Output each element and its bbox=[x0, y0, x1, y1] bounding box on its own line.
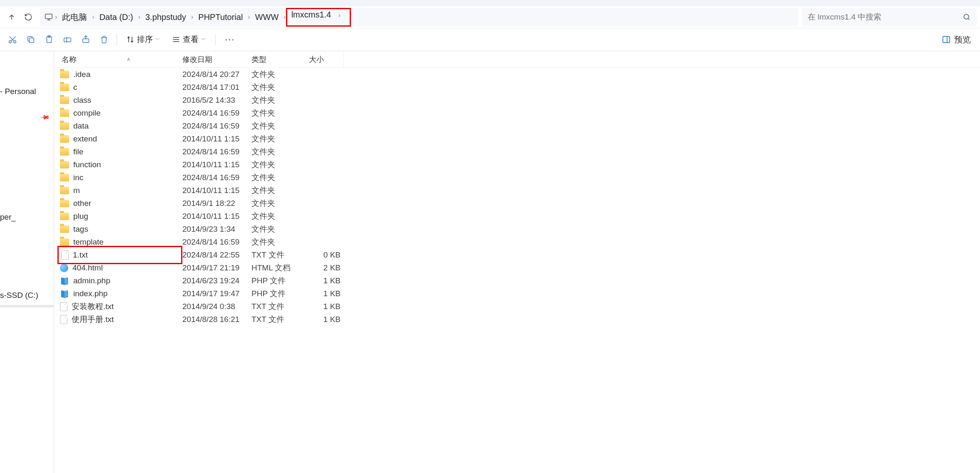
file-date: 2014/9/23 1:34 bbox=[182, 225, 251, 234]
pin-icon: 📌 bbox=[40, 112, 50, 121]
sidebar-item[interactable]: per_ bbox=[0, 209, 54, 225]
file-row[interactable]: extend2014/10/11 1:15文件夹 bbox=[54, 132, 980, 145]
search-input[interactable] bbox=[808, 12, 963, 22]
file-row[interactable]: plug2014/10/11 1:15文件夹 bbox=[54, 210, 980, 223]
file-row[interactable]: .idea2024/8/14 20:27文件夹 bbox=[54, 68, 980, 81]
file-row[interactable]: function2014/10/11 1:15文件夹 bbox=[54, 158, 980, 171]
up-button[interactable] bbox=[3, 9, 20, 25]
file-name-cell: index.php bbox=[57, 289, 182, 298]
file-name: m bbox=[73, 186, 80, 195]
folder-icon bbox=[60, 161, 69, 168]
nav-bar: › 此电脑 › Data (D:) › 3.phpstudy › PHPTuto… bbox=[0, 6, 980, 28]
sidebar-item[interactable]: s-SSD (C:) bbox=[0, 287, 54, 303]
view-label: 查看 bbox=[183, 34, 199, 45]
file-date: 2024/8/14 16:59 bbox=[182, 109, 251, 118]
file-row[interactable]: data2024/8/14 16:59文件夹 bbox=[54, 119, 980, 132]
file-row[interactable]: class2016/5/2 14:33文件夹 bbox=[54, 94, 980, 106]
chevron-right-icon[interactable]: › bbox=[90, 13, 96, 21]
file-list: 名称 ∧ 修改日期 类型 大小 .idea2024/8/14 20:27文件夹c… bbox=[54, 51, 980, 473]
folder-icon bbox=[60, 174, 69, 181]
svg-point-1 bbox=[964, 14, 969, 19]
file-name-cell: extend bbox=[57, 134, 182, 144]
cut-button[interactable] bbox=[3, 30, 22, 49]
file-type: PHP 文件 bbox=[251, 288, 309, 299]
col-type-header[interactable]: 类型 bbox=[251, 54, 309, 64]
paste-button[interactable] bbox=[40, 30, 58, 49]
file-type: 文件夹 bbox=[251, 159, 309, 170]
file-name: class bbox=[73, 96, 91, 105]
file-type: TXT 文件 bbox=[251, 301, 309, 312]
file-name: admin.php bbox=[73, 276, 110, 285]
sort-icon bbox=[126, 35, 134, 44]
chevron-down-icon: ﹀ bbox=[201, 36, 206, 43]
svg-rect-0 bbox=[45, 14, 52, 19]
file-name: index.php bbox=[73, 289, 107, 298]
file-name: plug bbox=[73, 212, 88, 221]
sidebar-item[interactable]: - Personal bbox=[0, 84, 54, 99]
file-row[interactable]: 使用手册.txt2014/8/28 16:21TXT 文件1 KB bbox=[54, 313, 980, 326]
file-size: 1 KB bbox=[309, 302, 344, 311]
file-name: function bbox=[73, 160, 101, 169]
search-box[interactable] bbox=[802, 8, 977, 26]
file-size: 1 KB bbox=[309, 276, 344, 285]
file-type: 文件夹 bbox=[251, 121, 309, 131]
view-icon bbox=[172, 35, 180, 44]
file-row[interactable]: file2024/8/14 16:59文件夹 bbox=[54, 145, 980, 158]
view-menu[interactable]: 查看 ﹀ bbox=[166, 30, 212, 49]
folder-icon bbox=[60, 238, 69, 246]
chevron-right-icon[interactable]: › bbox=[53, 13, 59, 21]
refresh-button[interactable] bbox=[20, 9, 37, 25]
chevron-right-icon[interactable]: › bbox=[337, 12, 342, 19]
sidebar: - Personal 📌 📌 📌 📌 📌 📌 per_ s-SSD (C:) bbox=[0, 51, 54, 473]
col-name-header[interactable]: 名称 ∧ bbox=[62, 54, 182, 64]
crumb-lmxcms[interactable]: lmxcms1.4 bbox=[291, 10, 335, 19]
rename-button[interactable] bbox=[58, 30, 77, 49]
crumb-www[interactable]: WWW bbox=[252, 12, 282, 22]
preview-icon bbox=[942, 35, 951, 44]
file-name: data bbox=[73, 121, 89, 131]
file-date: 2014/9/24 0:38 bbox=[182, 302, 251, 311]
chevron-right-icon[interactable]: › bbox=[189, 13, 195, 21]
chevron-right-icon[interactable]: › bbox=[137, 13, 142, 21]
sort-menu[interactable]: 排序 ﹀ bbox=[120, 30, 166, 49]
svg-point-2 bbox=[9, 41, 12, 43]
file-name-cell: admin.php bbox=[57, 276, 182, 285]
col-size-header[interactable]: 大小 bbox=[309, 51, 344, 67]
file-name: 安装教程.txt bbox=[72, 301, 114, 312]
crumb-phpstudy[interactable]: 3.phpstudy bbox=[142, 12, 189, 22]
delete-button[interactable] bbox=[95, 30, 113, 49]
chevron-right-icon[interactable]: › bbox=[246, 13, 251, 21]
folder-icon bbox=[60, 122, 69, 130]
file-row[interactable]: index.php2014/9/17 19:47PHP 文件1 KB bbox=[54, 287, 980, 300]
file-row[interactable]: other2014/9/1 18:22文件夹 bbox=[54, 197, 980, 210]
crumb-data-d[interactable]: Data (D:) bbox=[96, 12, 137, 22]
file-row[interactable]: inc2024/8/14 16:59文件夹 bbox=[54, 171, 980, 184]
file-type: 文件夹 bbox=[251, 237, 309, 248]
more-menu[interactable]: ··· bbox=[219, 34, 241, 45]
search-icon[interactable] bbox=[963, 13, 971, 21]
file-type: 文件夹 bbox=[251, 146, 309, 157]
file-type: 文件夹 bbox=[251, 198, 309, 209]
crumb-phptutorial[interactable]: PHPTutorial bbox=[195, 12, 246, 22]
file-row[interactable]: template2024/8/14 16:59文件夹 bbox=[54, 235, 980, 248]
preview-toggle[interactable]: 预览 bbox=[936, 34, 977, 45]
file-type: 文件夹 bbox=[251, 82, 309, 93]
col-date-header[interactable]: 修改日期 bbox=[182, 54, 251, 64]
file-row[interactable]: 1.txt2024/8/14 22:55TXT 文件0 KB bbox=[54, 248, 980, 261]
file-row[interactable]: 安装教程.txt2014/9/24 0:38TXT 文件1 KB bbox=[54, 300, 980, 313]
file-row[interactable]: c2024/8/14 17:01文件夹 bbox=[54, 81, 980, 94]
file-row[interactable]: tags2014/9/23 1:34文件夹 bbox=[54, 223, 980, 235]
file-date: 2024/8/14 16:59 bbox=[182, 147, 251, 156]
breadcrumb[interactable]: › 此电脑 › Data (D:) › 3.phpstudy › PHPTuto… bbox=[40, 8, 798, 26]
file-row[interactable]: m2014/10/11 1:15文件夹 bbox=[54, 184, 980, 197]
crumb-this-pc[interactable]: 此电脑 bbox=[59, 12, 90, 23]
file-row[interactable]: admin.php2014/6/23 19:24PHP 文件1 KB bbox=[54, 274, 980, 287]
copy-button[interactable] bbox=[22, 30, 40, 49]
svg-point-3 bbox=[14, 41, 16, 43]
file-row[interactable]: 404.html2014/9/17 21:19HTML 文档2 KB bbox=[54, 261, 980, 274]
file-row[interactable]: compile2024/8/14 16:59文件夹 bbox=[54, 106, 980, 119]
file-size: 2 KB bbox=[309, 263, 344, 272]
file-name-cell: tags bbox=[57, 225, 182, 234]
file-name-cell: c bbox=[57, 83, 182, 92]
share-button[interactable] bbox=[77, 30, 95, 49]
